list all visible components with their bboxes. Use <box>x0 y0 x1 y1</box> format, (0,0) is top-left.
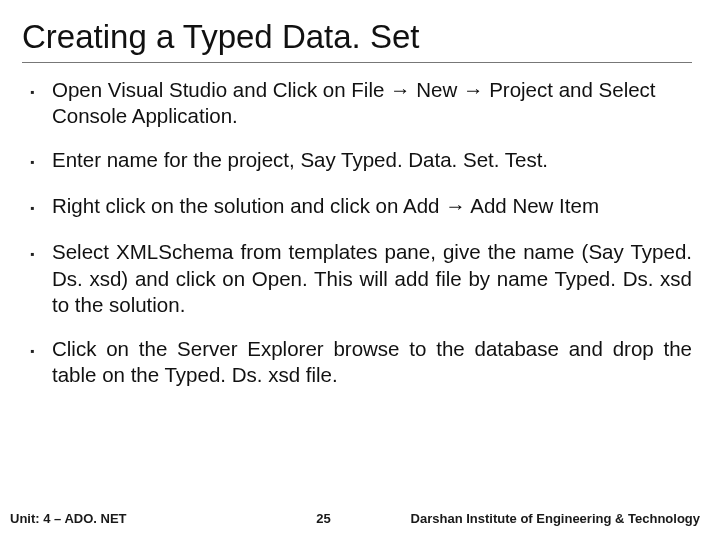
bullet-text: Open Visual Studio and Click on File → N… <box>52 77 692 129</box>
page-title: Creating a Typed Data. Set <box>22 18 692 63</box>
bullet-text: Click on the Server Explorer browse to t… <box>52 336 692 388</box>
list-item: ▪ Select XMLSchema from templates pane, … <box>30 239 692 318</box>
list-item: ▪ Enter name for the project, Say Typed.… <box>30 147 692 175</box>
list-item: ▪ Open Visual Studio and Click on File →… <box>30 77 692 129</box>
bullet-list: ▪ Open Visual Studio and Click on File →… <box>22 77 692 389</box>
square-bullet-icon: ▪ <box>30 239 52 318</box>
square-bullet-icon: ▪ <box>30 147 52 175</box>
list-item: ▪ Click on the Server Explorer browse to… <box>30 336 692 388</box>
square-bullet-icon: ▪ <box>30 77 52 129</box>
footer-unit: Unit: 4 – ADO. NET <box>10 511 127 526</box>
square-bullet-icon: ▪ <box>30 193 52 221</box>
bullet-text: Enter name for the project, Say Typed. D… <box>52 147 692 175</box>
footer-page-number: 25 <box>127 511 411 526</box>
footer: Unit: 4 – ADO. NET 25 Darshan Institute … <box>0 511 720 526</box>
list-item: ▪ Right click on the solution and click … <box>30 193 692 221</box>
bullet-text: Select XMLSchema from templates pane, gi… <box>52 239 692 318</box>
footer-institute: Darshan Institute of Engineering & Techn… <box>411 511 700 526</box>
square-bullet-icon: ▪ <box>30 336 52 388</box>
slide: Creating a Typed Data. Set ▪ Open Visual… <box>0 0 720 540</box>
bullet-text: Right click on the solution and click on… <box>52 193 692 221</box>
